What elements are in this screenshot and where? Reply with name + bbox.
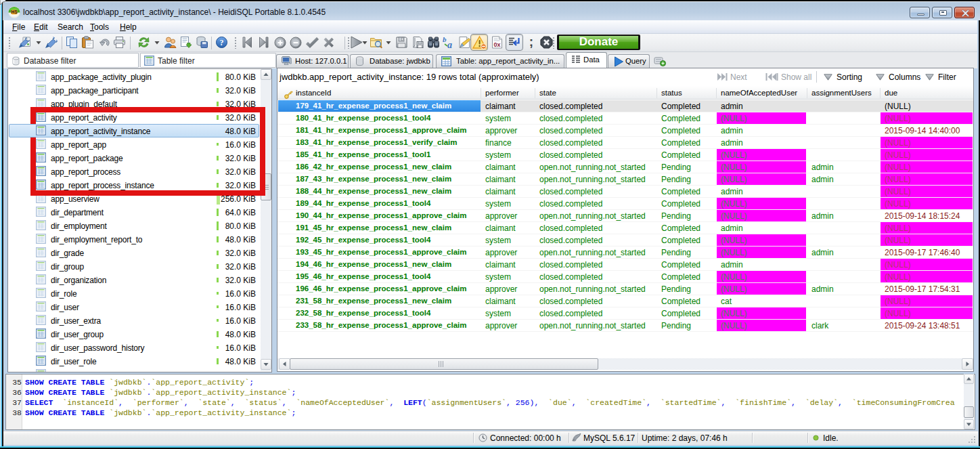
svg-text:HS: HS — [11, 9, 18, 14]
svg-text:?: ? — [220, 38, 224, 47]
svg-text:b: b — [443, 35, 447, 43]
svg-text:0x: 0x — [493, 41, 500, 48]
svg-text:a: a — [447, 40, 452, 49]
